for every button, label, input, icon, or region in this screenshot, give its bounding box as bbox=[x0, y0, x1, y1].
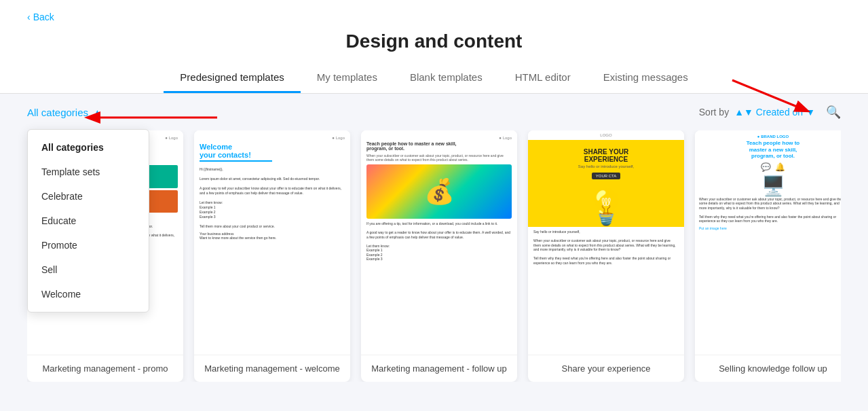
template-card[interactable]: LOGO SHARE YOUR EXPERIENCE Say hello or … bbox=[528, 130, 684, 382]
card3-image: 💰 bbox=[366, 164, 512, 219]
card4-cta-button[interactable]: YOUR CTA bbox=[592, 173, 621, 179]
template-preview: ● BRAND LOGO Teach people how tomaster a… bbox=[695, 130, 841, 355]
header: ‹ Back Design and content Predesigned te… bbox=[0, 0, 868, 94]
card4-logo-text: LOGO bbox=[528, 130, 684, 140]
dropdown-item-sell[interactable]: Sell bbox=[28, 257, 149, 282]
card4-bulb-container: 💡 bbox=[528, 187, 684, 227]
dropdown-item-welcome[interactable]: Welcome bbox=[28, 282, 149, 306]
card2-logo-text: ● Logo bbox=[200, 136, 345, 140]
chevron-up-icon: ▲ bbox=[92, 107, 102, 118]
sort-icon: ▲▼ bbox=[734, 107, 753, 118]
page-title: Design and content bbox=[27, 31, 841, 52]
card5-desk-icon: 🖥️ bbox=[699, 175, 841, 197]
dropdown-item-promote[interactable]: Promote bbox=[28, 233, 149, 257]
categories-label: All categories bbox=[27, 107, 88, 118]
sort-prefix-label: Sort by bbox=[699, 107, 729, 118]
card2-footer: Your business address Want to know more … bbox=[200, 232, 345, 240]
back-label: Back bbox=[33, 12, 54, 22]
sort-button[interactable]: ▲▼ Created on ▼ bbox=[734, 107, 815, 118]
sort-dropdown-icon: ▼ bbox=[806, 107, 815, 118]
sort-area: Sort by ▲▼ Created on ▼ 🔍 bbox=[699, 105, 841, 120]
card3-logo-text: ● Logo bbox=[366, 136, 512, 140]
back-chevron: ‹ bbox=[27, 12, 31, 22]
card5-body: When your subscriber or customer ask abo… bbox=[699, 197, 841, 224]
card3-body: If you are offering a tip, tool for info… bbox=[366, 221, 512, 262]
template-card[interactable]: ● Logo Welcomeyour contacts! Hi {{firstn… bbox=[194, 130, 350, 382]
toolbar: All categories ▲ Sort by ▲▼ Created on ▼… bbox=[0, 94, 868, 130]
card2-body: Hi {{firstname}}, Lorem ipsum dolor sit … bbox=[200, 167, 345, 229]
card5-title: Teach people how tomaster a new skill,pr… bbox=[699, 140, 841, 160]
tabs-bar: Predesigned templates My templates Blank… bbox=[27, 63, 841, 93]
template-preview: ● Logo Teach people how to master a new … bbox=[361, 130, 517, 355]
dropdown-item-template-sets[interactable]: Template sets bbox=[28, 160, 149, 184]
dropdown-item-celebrate[interactable]: Celebrate bbox=[28, 184, 149, 209]
dropdown-item-educate[interactable]: Educate bbox=[28, 209, 149, 233]
template-preview: ● Logo Welcomeyour contacts! Hi {{firstn… bbox=[194, 130, 350, 355]
card4-banner: SHARE YOUR EXPERIENCE Say hello or intro… bbox=[528, 140, 684, 187]
card2-title: Welcomeyour contacts! bbox=[200, 143, 345, 159]
notification-icon: 🔔 bbox=[775, 162, 785, 172]
card5-brand-name: ● BRAND LOGO bbox=[699, 135, 841, 139]
card5-image-placeholder: Put an image here bbox=[699, 226, 841, 230]
card3-title: Teach people how to master a new skill,p… bbox=[366, 141, 512, 151]
categories-dropdown: All categories Template sets Celebrate E… bbox=[27, 129, 149, 312]
tab-my-templates[interactable]: My templates bbox=[301, 63, 394, 93]
template-name: Share your experience bbox=[528, 355, 684, 382]
template-name: Marketing management - welcome bbox=[194, 355, 350, 382]
tab-existing-messages[interactable]: Existing messages bbox=[587, 63, 704, 93]
chat-icon: 💬 bbox=[761, 162, 771, 172]
template-card[interactable]: ● BRAND LOGO Teach people how tomaster a… bbox=[695, 130, 841, 382]
tab-html-editor[interactable]: HTML editor bbox=[499, 63, 587, 93]
card3-intro: When your subscriber or customer ask abo… bbox=[366, 154, 512, 162]
sort-value: Created on bbox=[756, 107, 803, 118]
tab-predesigned-templates[interactable]: Predesigned templates bbox=[164, 63, 300, 93]
template-name: Selling knowledge follow up bbox=[695, 355, 841, 382]
template-card[interactable]: ● Logo Teach people how to master a new … bbox=[361, 130, 517, 382]
template-preview: LOGO SHARE YOUR EXPERIENCE Say hello or … bbox=[528, 130, 684, 355]
dropdown-item-all-categories[interactable]: All categories bbox=[28, 135, 149, 160]
card4-body: Say hello or introduce yourself, When yo… bbox=[528, 227, 684, 268]
search-icon[interactable]: 🔍 bbox=[826, 105, 841, 120]
template-name: Marketing management - follow up bbox=[361, 355, 517, 382]
toolbar-wrapper: All categories ▲ Sort by ▲▼ Created on ▼… bbox=[0, 94, 868, 130]
card5-icons: 💬 🔔 bbox=[699, 162, 841, 172]
template-name: Marketing management - promo bbox=[27, 355, 183, 382]
all-categories-button[interactable]: All categories ▲ bbox=[27, 107, 102, 118]
tab-blank-templates[interactable]: Blank templates bbox=[394, 63, 499, 93]
back-link[interactable]: ‹ Back bbox=[27, 12, 54, 22]
